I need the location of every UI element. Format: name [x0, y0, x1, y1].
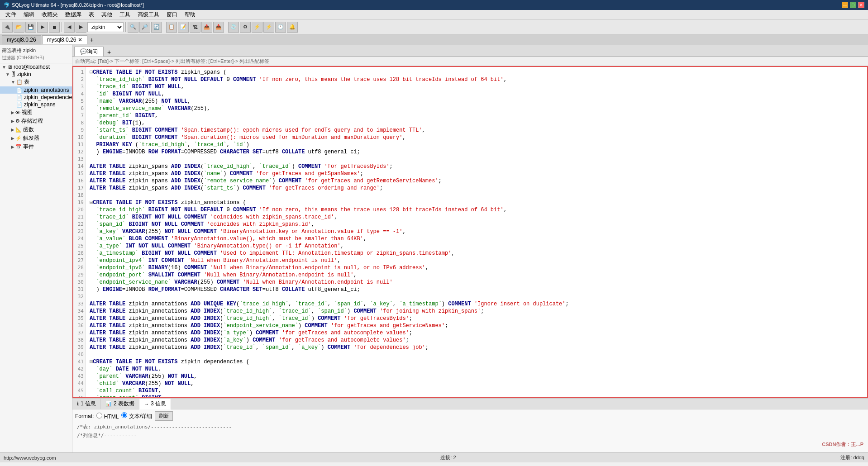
- tb-open[interactable]: 📂: [14, 22, 24, 33]
- menu-edit[interactable]: 编辑: [20, 10, 38, 19]
- tree-views[interactable]: ▶ 👁 视图: [0, 108, 72, 117]
- menu-database[interactable]: 数据库: [62, 10, 85, 19]
- procs-icon: ⚙: [15, 118, 20, 124]
- tree-table-annotations[interactable]: 📄 zipkin_annotations: [0, 86, 72, 94]
- tree-tables-label: 表: [24, 78, 29, 86]
- tb-backup[interactable]: 💿: [228, 22, 239, 33]
- toolbar-sep1: [62, 22, 62, 32]
- menu-advanced[interactable]: 高级工具: [134, 10, 163, 19]
- title-bar-controls: — □ ✕: [842, 2, 864, 8]
- tb-stop[interactable]: ⏹: [49, 22, 60, 33]
- left-panel: 筛选表格 zipkin 过滤器 (Ctrl+Shift+B) ▼ 🖥 root@…: [0, 45, 72, 452]
- main-toolbar: 🔌 📂 💾 ▶ ⏹ ◀ ▶ zipkin 🔍 🔎 🔄 📋 📝 🏗 📤 📥 💿 ♻…: [0, 20, 868, 34]
- filter-section: 筛选表格 zipkin 过滤器 (Ctrl+Shift+B): [0, 45, 72, 63]
- tb-restore[interactable]: ♻: [240, 22, 251, 33]
- add-tab-btn[interactable]: +: [105, 48, 114, 57]
- table-icon-3: 📄: [16, 102, 23, 108]
- tree-events[interactable]: ▶ 📅 事件: [0, 143, 72, 151]
- menu-tools[interactable]: 工具: [116, 10, 134, 19]
- server-icon: 🖥: [7, 64, 12, 70]
- tree-db-label: zipkin: [17, 71, 31, 77]
- toolbar-sep2: [125, 22, 126, 32]
- query-tab[interactable]: 💬 询问: [74, 47, 104, 57]
- tree-root[interactable]: ▼ 🖥 root@localhost: [0, 63, 72, 71]
- tb-new-query[interactable]: 📝: [178, 22, 189, 33]
- tree-procs[interactable]: ▶ ⚙ 存储过程: [0, 117, 72, 125]
- format-html-radio[interactable]: [96, 413, 102, 418]
- menu-window[interactable]: 窗口: [163, 10, 181, 19]
- app-icon: 🐬: [4, 2, 10, 8]
- main-content: 筛选表格 zipkin 过滤器 (Ctrl+Shift+B) ▼ 🖥 root@…: [0, 45, 868, 452]
- menu-file[interactable]: 文件: [2, 10, 20, 19]
- tb-structure[interactable]: 🏗: [190, 22, 200, 33]
- tb-save[interactable]: 💾: [25, 22, 36, 33]
- tb-fwd[interactable]: ▶: [76, 22, 86, 33]
- status-conn: 连接: 2: [440, 454, 456, 461]
- conn-tab-2[interactable]: mysql8.0.26 ✕: [42, 35, 87, 44]
- tb-export[interactable]: 📤: [201, 22, 212, 33]
- menu-other[interactable]: 其他: [98, 10, 116, 19]
- tb-new-conn[interactable]: 🔌: [2, 22, 13, 33]
- tree-table-dependencies-label: zipkin_dependencies: [24, 94, 72, 100]
- db-selector[interactable]: zipkin: [87, 22, 124, 32]
- tree-triggers[interactable]: ▶ ⚡ 触发器: [0, 134, 72, 143]
- tree-functions-label: 函数: [23, 126, 34, 133]
- format-text-radio[interactable]: [121, 412, 127, 418]
- tree-root-arrow: ▼: [2, 65, 6, 70]
- menu-favorites[interactable]: 收藏夹: [38, 10, 62, 19]
- info3-label: 3 信息: [151, 400, 166, 408]
- format-html-label[interactable]: HTML: [96, 413, 119, 420]
- code-content[interactable]: ⊟CREATE TABLE IF NOT EXISTS zipkin_spans…: [86, 67, 867, 397]
- bottom-output-line1: /*表: zipkin_annotations/----------------…: [75, 423, 865, 431]
- views-icon: 👁: [15, 110, 20, 115]
- tb-notif[interactable]: 🔔: [287, 22, 298, 33]
- status-url: http://www.webyog.com: [4, 455, 56, 461]
- minimize-button[interactable]: —: [842, 2, 848, 8]
- menu-help[interactable]: 帮助: [181, 10, 199, 19]
- bottom-tab-info3[interactable]: → 3 信息: [139, 399, 171, 409]
- conn-tab-1[interactable]: mysql8.0.26: [2, 35, 41, 44]
- tb-scheduler[interactable]: 🕐: [275, 22, 286, 33]
- tree-table-dependencies[interactable]: 📄 zipkin_dependencies: [0, 94, 72, 101]
- info1-label: 1 信息: [81, 400, 96, 408]
- tree-functions[interactable]: ▶ 📐 函数: [0, 125, 72, 134]
- tree-triggers-arrow: ▶: [11, 136, 14, 141]
- tree-table-spans[interactable]: 📄 zipkin_spans: [0, 101, 72, 108]
- tree-views-arrow: ▶: [11, 110, 14, 115]
- query-tab-label: 询问: [87, 48, 98, 56]
- tree-views-label: 视图: [22, 109, 33, 116]
- tb-refresh[interactable]: 🔄: [151, 22, 162, 33]
- code-editor[interactable]: 1234567891011121314151617181920212223242…: [72, 66, 868, 398]
- bottom-panel: ℹ 1 信息 📊 2 表数据 → 3 信息 Format: HTML: [72, 398, 868, 452]
- tb-data-sync[interactable]: ⚡: [263, 22, 274, 33]
- tree-db-arrow: ▼: [5, 72, 10, 77]
- tb-table-data[interactable]: 📋: [166, 22, 177, 33]
- db-icon: 🗄: [11, 71, 16, 77]
- right-panel: 💬 询问 + 自动完成: [Tab]-> 下一个标签; [Ctrl+Space]…: [72, 45, 868, 452]
- maximize-button[interactable]: □: [850, 2, 856, 8]
- close-button[interactable]: ✕: [858, 2, 864, 8]
- tree-table-annotations-label: zipkin_annotations: [24, 87, 69, 93]
- status-bar: http://www.webyog.com 连接: 2 注册: dddq: [0, 452, 868, 462]
- tb-schema-sync[interactable]: ⚡: [252, 22, 262, 33]
- functions-icon: 📐: [15, 127, 22, 133]
- tree-table-spans-label: zipkin_spans: [24, 101, 55, 108]
- add-conn-tab[interactable]: +: [87, 35, 96, 44]
- bottom-tab-result[interactable]: 📊 2 表数据: [101, 399, 139, 409]
- tree-tables-group[interactable]: ▼ 📋 表: [0, 78, 72, 86]
- menu-table[interactable]: 表: [85, 10, 98, 19]
- title-bar-left: 🐬 SQLyog Ultimate 64 - [mysql8.0.26/zipk…: [4, 2, 144, 8]
- tb-filter[interactable]: 🔎: [139, 22, 150, 33]
- query-hint-text: 自动完成: [Tab]-> 下一个标签; [Ctrl+Space]-> 列出所有…: [75, 58, 269, 65]
- tb-search[interactable]: 🔍: [128, 22, 138, 33]
- format-text-label[interactable]: 文本/详细: [121, 412, 152, 420]
- tree-procs-arrow: ▶: [11, 119, 14, 124]
- result-label: 2 表数据: [114, 400, 134, 408]
- tree-db[interactable]: ▼ 🗄 zipkin: [0, 71, 72, 78]
- refresh-btn[interactable]: 刷新: [155, 411, 173, 421]
- tb-back[interactable]: ◀: [64, 22, 75, 33]
- tb-import[interactable]: 📥: [213, 22, 224, 33]
- bottom-tab-info1[interactable]: ℹ 1 信息: [72, 399, 101, 409]
- tb-run[interactable]: ▶: [37, 22, 48, 33]
- tables-icon: 📋: [16, 79, 23, 85]
